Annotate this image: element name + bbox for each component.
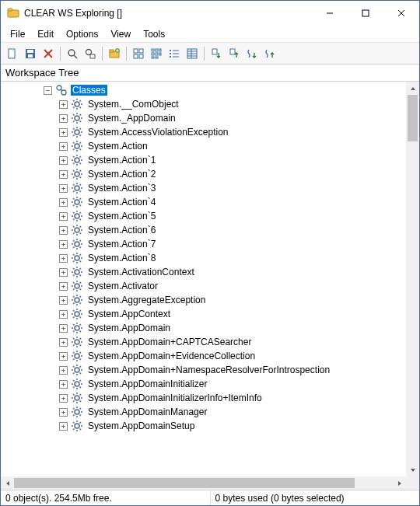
expand-icon[interactable]: + xyxy=(59,198,68,207)
tree-node-child-19[interactable]: +System.AppDomain+NamespaceResolverForIn… xyxy=(1,363,406,377)
expand-icon[interactable]: + xyxy=(59,170,68,179)
tb-new-folder[interactable] xyxy=(106,45,123,62)
scroll-thumb[interactable] xyxy=(408,95,418,141)
tree-node-label[interactable]: System.Action`2 xyxy=(86,169,157,180)
tree-node-label[interactable]: System.AppDomain+NamespaceResolverForInt… xyxy=(86,365,331,375)
tree-node-label[interactable]: System._AppDomain xyxy=(86,113,177,124)
expand-icon[interactable]: + xyxy=(59,254,68,263)
expand-icon[interactable]: + xyxy=(59,366,68,375)
tree-node-child-6[interactable]: +System.Action`3 xyxy=(1,181,406,195)
expand-icon[interactable]: + xyxy=(59,408,68,417)
tree-node-label[interactable]: System.AppDomain+CAPTCASearcher xyxy=(86,337,253,347)
tree-node-child-12[interactable]: +System.ActivationContext xyxy=(1,265,406,279)
tree-node-label[interactable]: System.Action`5 xyxy=(86,211,157,222)
menu-view[interactable]: View xyxy=(104,27,137,41)
tree-node-label[interactable]: Classes xyxy=(71,85,107,96)
expand-icon[interactable]: + xyxy=(59,422,68,431)
expand-icon[interactable]: + xyxy=(59,338,68,347)
tree-node-label[interactable]: System.AggregateException xyxy=(86,295,207,305)
tree-node-child-5[interactable]: +System.Action`2 xyxy=(1,167,406,181)
expand-icon[interactable]: + xyxy=(59,114,68,123)
tb-view-large[interactable] xyxy=(130,45,147,62)
tb-delete[interactable] xyxy=(40,45,57,62)
tree-node-child-15[interactable]: +System.AppContext xyxy=(1,307,406,321)
menu-tools[interactable]: Tools xyxy=(137,27,171,41)
tb-view-details[interactable] xyxy=(184,45,201,62)
horizontal-scrollbar[interactable] xyxy=(1,476,406,490)
tb-sort-1[interactable] xyxy=(208,45,225,62)
tree-node-child-4[interactable]: +System.Action`1 xyxy=(1,153,406,167)
minimize-button[interactable] xyxy=(312,1,348,26)
tb-replace[interactable] xyxy=(82,45,99,62)
tb-save[interactable] xyxy=(22,45,39,62)
tree-node-label[interactable]: System.Action`7 xyxy=(86,239,157,250)
tree-node-child-17[interactable]: +System.AppDomain+CAPTCASearcher xyxy=(1,335,406,349)
expand-icon[interactable]: + xyxy=(59,352,68,361)
tree-node-label[interactable]: System.AppContext xyxy=(86,309,172,319)
tb-sort-3[interactable] xyxy=(243,45,261,62)
tb-new[interactable] xyxy=(4,45,21,62)
expand-icon[interactable]: + xyxy=(59,310,68,319)
close-button[interactable] xyxy=(383,1,419,26)
expand-icon[interactable]: + xyxy=(59,184,68,193)
tree-node-label[interactable]: System.AppDomainInitializer xyxy=(86,379,208,389)
tree-node-label[interactable]: System.ActivationContext xyxy=(86,267,196,277)
tree-node-classes[interactable]: −Classes xyxy=(1,83,406,97)
menu-options[interactable]: Options xyxy=(60,27,104,41)
scroll-thumb[interactable] xyxy=(14,478,355,488)
scroll-left-icon[interactable] xyxy=(1,476,14,490)
tb-sort-2[interactable] xyxy=(226,45,243,62)
tree-node-label[interactable]: System.Action`8 xyxy=(86,253,157,263)
expand-icon[interactable]: + xyxy=(59,394,68,403)
tree-node-label[interactable]: System.Action`6 xyxy=(86,225,157,236)
tree-node-label[interactable]: System.Action xyxy=(86,141,149,152)
expand-icon[interactable]: + xyxy=(59,212,68,221)
tree-node-child-0[interactable]: +System.__ComObject xyxy=(1,97,406,111)
expand-icon[interactable]: + xyxy=(59,100,68,109)
tree-node-child-20[interactable]: +System.AppDomainInitializer xyxy=(1,377,406,391)
expand-icon[interactable]: + xyxy=(59,226,68,235)
menu-edit[interactable]: Edit xyxy=(31,27,60,41)
tree-node-child-13[interactable]: +System.Activator xyxy=(1,279,406,293)
tree-node-child-16[interactable]: +System.AppDomain xyxy=(1,321,406,335)
expand-icon[interactable]: + xyxy=(59,296,68,305)
tree-node-label[interactable]: System.Action`3 xyxy=(86,183,157,194)
tree-node-child-3[interactable]: +System.Action xyxy=(1,139,406,153)
tree-node-label[interactable]: System.AppDomainSetup xyxy=(86,421,196,431)
tree-node-child-23[interactable]: +System.AppDomainSetup xyxy=(1,419,406,433)
tb-search[interactable] xyxy=(64,45,81,62)
expand-icon[interactable]: + xyxy=(59,156,68,165)
tree-node-child-21[interactable]: +System.AppDomainInitializerInfo+ItemInf… xyxy=(1,391,406,405)
tree-node-child-14[interactable]: +System.AggregateException xyxy=(1,293,406,307)
tree-node-label[interactable]: System.Activator xyxy=(86,281,159,291)
tree-node-child-7[interactable]: +System.Action`4 xyxy=(1,195,406,209)
scroll-up-icon[interactable] xyxy=(406,82,419,95)
expand-icon[interactable]: + xyxy=(59,128,68,137)
tree-node-child-9[interactable]: +System.Action`6 xyxy=(1,223,406,237)
expand-icon[interactable]: + xyxy=(59,380,68,389)
tree-node-label[interactable]: System.AppDomain xyxy=(86,323,172,333)
tree-node-child-2[interactable]: +System.AccessViolationException xyxy=(1,125,406,139)
scroll-right-icon[interactable] xyxy=(393,476,406,490)
tree-node-label[interactable]: System.Action`1 xyxy=(86,155,157,166)
tb-sort-4[interactable] xyxy=(261,45,278,62)
menu-file[interactable]: File xyxy=(4,27,31,41)
scroll-track[interactable] xyxy=(14,476,393,490)
tree[interactable]: −Classes+System.__ComObject+System._AppD… xyxy=(1,83,406,476)
expand-icon[interactable]: + xyxy=(59,240,68,249)
tree-node-child-11[interactable]: +System.Action`8 xyxy=(1,251,406,265)
expand-icon[interactable]: + xyxy=(59,142,68,151)
expand-icon[interactable]: + xyxy=(59,282,68,291)
tree-node-child-22[interactable]: +System.AppDomainManager xyxy=(1,405,406,419)
tb-view-small[interactable] xyxy=(148,45,165,62)
collapse-icon[interactable]: − xyxy=(44,86,52,95)
expand-icon[interactable]: + xyxy=(59,268,68,277)
vertical-scrollbar[interactable] xyxy=(406,82,419,476)
tree-node-label[interactable]: System.Action`4 xyxy=(86,197,157,208)
tree-node-label[interactable]: System.AppDomainInitializerInfo+ItemInfo xyxy=(86,393,264,403)
scroll-down-icon[interactable] xyxy=(406,463,419,476)
tree-node-label[interactable]: System.AccessViolationException xyxy=(86,127,230,138)
maximize-button[interactable] xyxy=(348,1,383,26)
tree-node-child-8[interactable]: +System.Action`5 xyxy=(1,209,406,223)
tb-view-list[interactable] xyxy=(166,45,183,62)
